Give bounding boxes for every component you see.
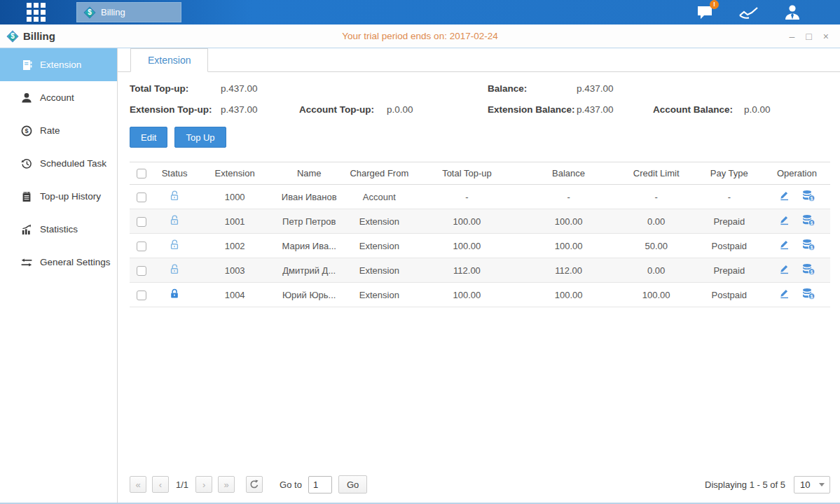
top-up-button[interactable]: Top Up <box>174 127 226 148</box>
cell-name: Петр Петров <box>274 209 344 234</box>
column-header-pay-type[interactable]: Pay Type <box>695 162 764 185</box>
messages-badge: ! <box>710 0 719 9</box>
main-panel: Extension Total Top-up: p.437.00 Balance… <box>118 48 840 503</box>
sidebar-item-top-up-history[interactable]: Top-up History <box>0 180 117 213</box>
tab-extension[interactable]: Extension <box>130 48 208 72</box>
edit-icon[interactable] <box>778 263 790 275</box>
last-page-button[interactable]: » <box>218 476 235 493</box>
cell-total-topup: 112.00 <box>414 258 519 283</box>
cell-total-topup: 100.00 <box>414 234 519 258</box>
account-icon <box>21 92 32 104</box>
app-tab-billing[interactable]: $ Billing <box>76 2 181 22</box>
svg-text:$: $ <box>811 245 813 251</box>
go-to-label: Go to <box>280 479 302 490</box>
header-checkbox-cell <box>130 162 153 185</box>
billing-diamond-icon: $ <box>84 7 95 18</box>
messages-icon[interactable]: ! <box>694 4 717 22</box>
cell-extension: 1001 <box>195 209 274 234</box>
extension-balance-label: Extension Balance: <box>488 104 577 115</box>
apps-grid-icon[interactable] <box>27 3 46 22</box>
first-page-button[interactable]: « <box>130 476 146 493</box>
row-checkbox[interactable] <box>137 217 146 227</box>
general-settings-icon <box>21 257 32 268</box>
column-header-total-top-up[interactable]: Total Top-up <box>414 162 519 185</box>
table-row: 1000Иван ИвановAccount----$ <box>130 185 830 209</box>
cell-balance: 112.00 <box>520 258 618 283</box>
topup-icon[interactable]: $ <box>801 190 815 202</box>
close-icon[interactable]: × <box>823 31 829 41</box>
edit-button[interactable]: Edit <box>130 127 167 148</box>
cell-balance: 100.00 <box>520 234 618 258</box>
status-unlocked-icon <box>169 190 180 202</box>
edit-icon[interactable] <box>778 214 790 226</box>
page-size-select[interactable]: 10 <box>794 476 830 493</box>
extension-balance-value: p.437.00 <box>577 104 653 115</box>
cell-name: Дмитрий Д... <box>274 258 344 283</box>
row-checkbox[interactable] <box>137 241 146 251</box>
column-header-extension[interactable]: Extension <box>195 162 274 185</box>
app-window: $ Billing ! $ Billing Your trial period … <box>0 0 840 504</box>
cell-charged-from: Extension <box>344 283 414 307</box>
minimize-icon[interactable]: – <box>790 31 795 41</box>
total-topup-value: p.437.00 <box>221 83 299 94</box>
title-left: $ Billing <box>7 30 55 42</box>
user-icon[interactable] <box>781 4 804 22</box>
edit-icon[interactable] <box>778 239 790 251</box>
refresh-button[interactable] <box>246 476 263 493</box>
sidebar-item-extension[interactable]: Extension <box>0 48 117 81</box>
cell-credit-limit: 0.00 <box>618 209 695 234</box>
billing-diamond-icon: $ <box>7 31 18 42</box>
cell-charged-from: Extension <box>344 258 414 283</box>
topup-icon[interactable]: $ <box>801 239 815 251</box>
sidebar-item-label: Extension <box>40 59 81 70</box>
cell-name: Юрий Юрь... <box>274 283 344 307</box>
action-buttons: Edit Top Up <box>130 127 830 148</box>
statistics-icon <box>21 224 32 235</box>
svg-text:$: $ <box>811 294 813 300</box>
svg-text:$: $ <box>811 220 813 226</box>
row-checkbox[interactable] <box>137 266 146 276</box>
account-balance-value: p.0.00 <box>744 104 830 115</box>
sidebar-item-scheduled-task[interactable]: Scheduled Task <box>0 147 117 180</box>
edit-icon[interactable] <box>778 190 790 202</box>
cell-balance: - <box>520 185 618 209</box>
cell-pay-type: Postpaid <box>695 234 764 258</box>
extension-table: StatusExtensionNameCharged FromTotal Top… <box>130 162 830 307</box>
cell-name: Мария Ива... <box>274 234 344 258</box>
stats-icon[interactable] <box>738 4 760 22</box>
svg-text:$: $ <box>811 196 813 202</box>
window-title: Billing <box>23 30 55 42</box>
topup-icon[interactable]: $ <box>801 288 815 300</box>
sidebar-item-label: General Settings <box>40 257 111 267</box>
column-header-credit-limit[interactable]: Credit Limit <box>618 162 695 185</box>
column-header-charged-from[interactable]: Charged From <box>344 162 414 185</box>
svg-text:$: $ <box>25 127 28 134</box>
row-checkbox[interactable] <box>137 290 146 300</box>
topup-icon[interactable]: $ <box>801 214 815 226</box>
column-header-operation[interactable]: Operation <box>764 162 830 185</box>
go-button[interactable]: Go <box>338 475 367 493</box>
column-header-balance[interactable]: Balance <box>520 162 618 185</box>
edit-icon[interactable] <box>778 288 790 300</box>
sidebar-item-label: Scheduled Task <box>40 158 106 169</box>
row-checkbox[interactable] <box>137 192 146 202</box>
status-unlocked-icon <box>169 263 180 275</box>
sidebar-item-statistics[interactable]: Statistics <box>0 213 117 246</box>
topup-icon[interactable]: $ <box>801 263 815 275</box>
pagination-bar: « ‹ 1/1 › » Go to Go Displaying 1 - 5 of… <box>130 471 830 503</box>
column-header-name[interactable]: Name <box>274 162 344 185</box>
sidebar-item-rate[interactable]: $Rate <box>0 114 117 147</box>
table-row: 1001Петр ПетровExtension100.00100.000.00… <box>130 209 830 234</box>
sidebar-item-account[interactable]: Account <box>0 81 117 114</box>
go-to-page-input[interactable] <box>308 476 332 493</box>
sidebar-item-general-settings[interactable]: General Settings <box>0 246 117 279</box>
maximize-icon[interactable]: □ <box>806 31 811 41</box>
select-all-checkbox[interactable] <box>137 169 146 178</box>
prev-page-button[interactable]: ‹ <box>152 476 169 493</box>
extension-topup-label: Extension Top-up: <box>130 104 221 115</box>
balance-value: p.437.00 <box>577 83 830 94</box>
rate-icon: $ <box>21 125 32 136</box>
column-header-status[interactable]: Status <box>153 162 195 185</box>
title-bar: $ Billing Your trial period ends on: 201… <box>0 24 840 48</box>
next-page-button[interactable]: › <box>195 476 212 493</box>
